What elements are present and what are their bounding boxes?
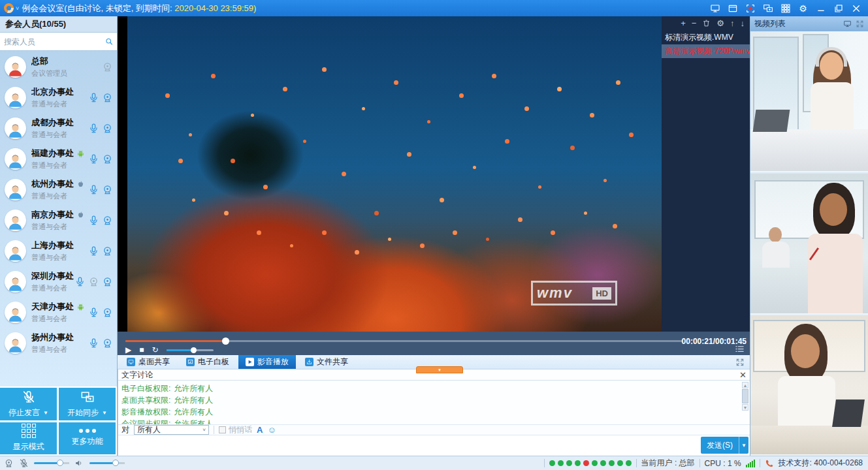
playlist-trash-icon[interactable] — [702, 17, 711, 30]
chat-scrollbar[interactable]: ▲ ▼ — [742, 382, 748, 424]
settings-gear-icon[interactable]: ⚙ — [797, 3, 809, 14]
progress-slider[interactable] — [125, 340, 683, 342]
avatar — [5, 118, 26, 139]
mic-icon[interactable] — [88, 184, 99, 195]
ellipsis-icon — [79, 429, 96, 433]
playlist-settings-icon[interactable]: ⚙ — [716, 17, 724, 30]
mic-volume-thumb[interactable] — [57, 460, 63, 466]
mic-icon[interactable] — [88, 245, 99, 257]
webcam-icon[interactable] — [102, 337, 113, 349]
webcam-icon[interactable] — [102, 153, 113, 164]
emoji-icon[interactable]: ☺ — [267, 425, 276, 435]
replay-button[interactable]: ↻ — [152, 345, 158, 354]
webcam-status-icon[interactable] — [4, 458, 14, 468]
window-mode-icon[interactable] — [727, 3, 738, 14]
video-thumbnail-1[interactable] — [750, 31, 868, 172]
playlist-item[interactable]: 标清演示视频.WMV — [662, 31, 750, 44]
maximize-button[interactable] — [833, 3, 844, 14]
playlist-remove-icon[interactable]: − — [692, 17, 697, 30]
display-mode-button[interactable]: 显示模式 — [0, 422, 57, 455]
mic-icon[interactable] — [88, 215, 99, 226]
participant-row[interactable]: 福建办事处 普通与会者 — [0, 144, 117, 174]
video-canvas[interactable]: wmv HD — [127, 16, 662, 332]
playlist-move-down-icon[interactable]: ↓ — [741, 17, 745, 30]
scroll-up-icon[interactable]: ▲ — [742, 382, 748, 388]
tab-desktop-share[interactable]: 桌面共享 — [120, 355, 177, 369]
tab-media-playback[interactable]: 影音播放 — [238, 355, 296, 369]
video-thumbnail-3[interactable] — [750, 316, 868, 456]
start-sync-button[interactable]: 开始同步▼ — [59, 388, 116, 420]
participant-row[interactable]: 深圳办事处 普通与会者 — [0, 266, 117, 297]
participant-row[interactable]: 北京办事处 普通与会者 — [0, 82, 117, 113]
webcam-icon[interactable] — [102, 215, 113, 226]
mic-icon[interactable] — [88, 123, 99, 134]
logo-chevron-icon[interactable]: ˅ — [16, 5, 19, 12]
video-thumbnail-2[interactable] — [750, 174, 868, 315]
playlist-add-icon[interactable]: + — [681, 17, 686, 30]
android-device-icon — [76, 149, 85, 158]
avatar — [5, 210, 26, 231]
webcam-icon[interactable] — [102, 276, 113, 287]
send-button[interactable]: 发送(S) ▼ — [701, 437, 748, 454]
webcam-icon[interactable] — [102, 61, 113, 72]
search-input[interactable] — [4, 37, 105, 46]
mic-icon[interactable] — [88, 92, 99, 103]
record-icon[interactable] — [745, 3, 756, 14]
mic-icon[interactable] — [88, 337, 99, 349]
participant-row[interactable]: 上海办事处 普通与会者 — [0, 236, 117, 266]
tab-whiteboard[interactable]: 电子白板 — [179, 355, 236, 369]
minimize-button[interactable] — [815, 3, 826, 14]
display-settings-icon[interactable] — [709, 3, 720, 14]
playlist-move-up-icon[interactable]: ↑ — [730, 17, 735, 30]
participant-row[interactable]: 总部 会议管理员 — [0, 52, 117, 82]
participant-row[interactable]: 南京办事处 普通与会者 — [0, 205, 117, 236]
close-button[interactable] — [850, 3, 861, 14]
recipient-select[interactable]: 所有人˅ — [134, 425, 209, 435]
volume-slider[interactable] — [167, 349, 214, 351]
font-style-icon[interactable]: A — [257, 425, 263, 435]
volume-thumb[interactable] — [191, 347, 197, 353]
webcam-icon[interactable] — [102, 184, 113, 195]
stop-button[interactable]: ■ — [139, 345, 144, 354]
participant-row[interactable]: 天津办事处 普通与会者 — [0, 297, 117, 328]
speaker-volume-thumb[interactable] — [112, 460, 119, 466]
stop-speaking-button[interactable]: 停止发言▼ — [0, 388, 57, 420]
fullscreen-icon[interactable] — [735, 358, 745, 367]
mic-icon[interactable] — [88, 307, 99, 318]
play-button[interactable]: ▶ — [125, 345, 131, 354]
webcam-icon[interactable] — [102, 307, 113, 318]
chat-collapse-handle[interactable]: ▾ — [416, 366, 463, 373]
webcam-icon[interactable] — [102, 92, 113, 103]
expand-icon[interactable] — [856, 20, 864, 28]
webcam-icon[interactable] — [102, 123, 113, 134]
mic-muted-status-icon[interactable] — [19, 458, 29, 468]
search-icon[interactable] — [105, 37, 113, 46]
dropdown-caret-icon[interactable]: ▼ — [102, 410, 107, 416]
webcam-off-icon[interactable] — [88, 276, 99, 287]
layout-grid-icon[interactable] — [780, 3, 791, 14]
speaker-icon[interactable] — [74, 458, 84, 468]
participant-row[interactable]: 扬州办事处 普通与会者 — [0, 328, 117, 358]
whisper-checkbox[interactable]: 悄悄话 — [219, 424, 252, 435]
progress-thumb[interactable] — [222, 337, 229, 345]
scroll-down-icon[interactable]: ▼ — [742, 404, 748, 411]
chat-input-area[interactable]: 发送(S) ▼ — [118, 435, 750, 456]
chat-close-icon[interactable]: ✕ — [739, 371, 747, 379]
tab-file-share[interactable]: 文件共享 — [298, 355, 355, 369]
monitor-icon[interactable] — [843, 20, 852, 28]
speaker-volume-slider[interactable] — [89, 462, 117, 464]
participant-row[interactable]: 杭州办事处 普通与会者 — [0, 174, 117, 205]
participant-row[interactable]: 成都办事处 普通与会者 — [0, 113, 117, 144]
mic-icon[interactable] — [88, 153, 99, 164]
checkbox-icon[interactable] — [219, 426, 226, 433]
send-dropdown-icon[interactable]: ▼ — [739, 437, 748, 454]
network-share-icon[interactable] — [762, 3, 773, 14]
more-features-button[interactable]: 更多功能 — [59, 422, 116, 455]
dropdown-caret-icon[interactable]: ▼ — [43, 410, 48, 416]
webcam-icon[interactable] — [102, 245, 113, 257]
scroll-thumb[interactable] — [742, 389, 748, 403]
mic-icon[interactable] — [74, 276, 86, 287]
playlist-item-selected[interactable]: 高清演示视频-720P.wmv 删除 — [662, 44, 750, 58]
playlist-toggle-icon[interactable] — [735, 345, 745, 353]
mic-volume-slider[interactable] — [34, 462, 61, 464]
